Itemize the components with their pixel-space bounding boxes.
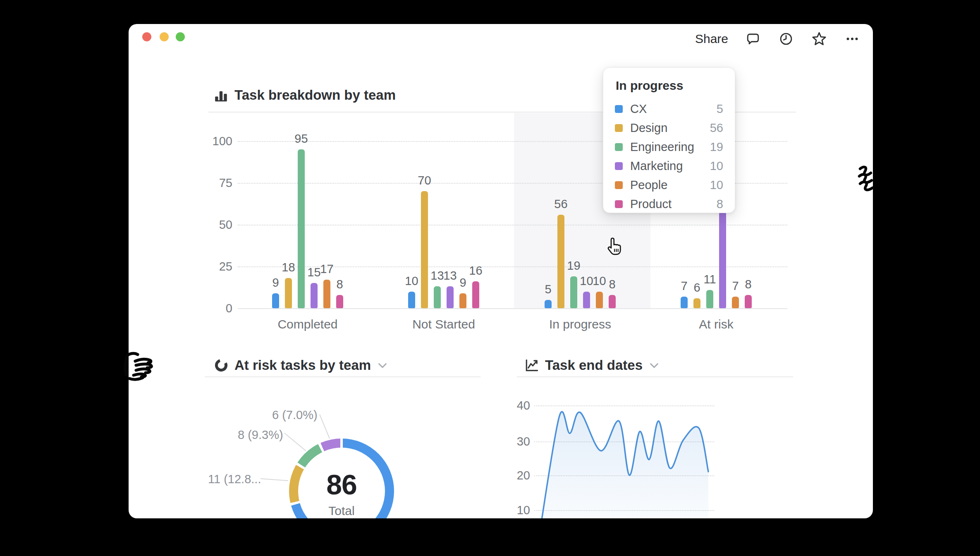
tooltip-row: Design56: [615, 118, 723, 137]
close-window-button[interactable]: [142, 32, 151, 41]
legend-swatch-marketing: [615, 162, 623, 170]
bar-cx-not-started[interactable]: [408, 292, 415, 308]
legend-swatch-design: [615, 124, 623, 132]
tooltip-team-name: CX: [630, 102, 709, 116]
history-clock-icon[interactable]: [778, 31, 794, 47]
tooltip-row: People10: [615, 175, 723, 194]
x-axis-category-label: In progress: [531, 318, 630, 331]
bar-marketing-completed[interactable]: [311, 283, 318, 308]
legend-swatch-engineering: [615, 143, 623, 151]
tooltip-team-name: Design: [630, 121, 703, 135]
line-chart-title-text: Task end dates: [545, 357, 643, 373]
bar-value-label: 56: [543, 197, 580, 211]
app-window: Share: [129, 24, 873, 518]
task-end-dates-chart[interactable]: [517, 396, 724, 518]
bar-marketing-at-risk[interactable]: [719, 211, 726, 308]
bar-marketing-in-progress[interactable]: [583, 292, 590, 308]
bar-value-label: 70: [406, 174, 443, 187]
tooltip-row: CX5: [615, 99, 723, 118]
y-axis-tick-label: 25: [191, 260, 232, 273]
bar-cx-completed[interactable]: [272, 293, 279, 308]
tooltip-team-value: 10: [710, 159, 723, 173]
bar-value-label: 17: [308, 262, 346, 276]
tooltip-team-value: 10: [710, 178, 723, 192]
minimize-window-button[interactable]: [160, 32, 169, 41]
gridline: [238, 225, 787, 225]
donut-chart-title-text: At risk tasks by team: [234, 357, 371, 373]
chevron-down-icon[interactable]: [377, 359, 388, 371]
bar-product-in-progress[interactable]: [609, 295, 616, 308]
bar-engineering-at-risk[interactable]: [706, 290, 713, 308]
bar-engineering-not-started[interactable]: [434, 286, 441, 308]
zoom-window-button[interactable]: [176, 32, 185, 41]
bar-value-label: 16: [457, 264, 495, 277]
donut-chart-title[interactable]: At risk tasks by team: [214, 356, 388, 374]
bar-marketing-not-started[interactable]: [447, 286, 454, 308]
bar-product-completed[interactable]: [336, 295, 343, 308]
favorite-star-icon[interactable]: [811, 31, 827, 47]
bar-people-at-risk[interactable]: [732, 297, 739, 308]
tooltip-team-name: Engineering: [630, 140, 703, 154]
bar-chart-icon: [214, 88, 229, 103]
tooltip-team-value: 56: [710, 121, 723, 135]
bar-design-at-risk[interactable]: [693, 298, 700, 308]
hand-cursor: [605, 237, 624, 257]
line-chart-icon: [524, 358, 539, 373]
bar-cx-in-progress[interactable]: [545, 300, 552, 308]
tooltip-row: Engineering19: [615, 137, 723, 156]
y-axis-tick-label: 75: [191, 176, 232, 189]
chart-tooltip: In progress CX5Design56Engineering19Mark…: [603, 67, 735, 213]
donut-total-label: Total: [289, 504, 394, 518]
bar-value-label: 8: [594, 278, 631, 291]
tooltip-row: Product8: [615, 194, 723, 213]
tooltip-rows: CX5Design56Engineering19Marketing10Peopl…: [615, 99, 723, 213]
tooltip-team-value: 5: [717, 102, 723, 116]
bar-design-not-started[interactable]: [421, 191, 428, 308]
hand-doodle-right: [857, 164, 874, 194]
bar-product-not-started[interactable]: [472, 281, 479, 308]
comment-icon[interactable]: [745, 31, 761, 47]
bar-design-completed[interactable]: [285, 278, 292, 308]
x-axis-line: [238, 308, 787, 309]
donut-total-value: 86: [289, 468, 394, 501]
x-axis-category-label: At risk: [667, 318, 766, 331]
desktop-background: Share: [0, 0, 980, 556]
bar-product-at-risk[interactable]: [745, 295, 752, 308]
tooltip-team-name: Product: [630, 197, 709, 211]
tooltip-row: Marketing10: [615, 156, 723, 175]
y-axis-tick-label: 50: [191, 218, 232, 231]
divider: [205, 376, 480, 377]
tooltip-team-value: 8: [717, 197, 723, 211]
bar-value-label: 19: [555, 259, 593, 272]
legend-swatch-people: [615, 181, 623, 189]
x-axis-category-label: Completed: [258, 318, 357, 331]
hand-doodle-left: [121, 352, 157, 383]
y-axis-tick-label: 0: [191, 302, 232, 315]
breakdown-chart-title-text: Task breakdown by team: [234, 87, 396, 103]
bar-value-label: 95: [283, 132, 320, 145]
donut-chart-icon: [214, 358, 229, 373]
x-axis-category-label: Not Started: [394, 318, 493, 331]
breakdown-chart-title[interactable]: Task breakdown by team: [214, 86, 396, 104]
bar-cx-at-risk[interactable]: [681, 297, 688, 308]
share-button[interactable]: Share: [695, 32, 728, 46]
at-risk-donut-chart[interactable]: 86 Total: [289, 439, 394, 518]
bar-value-label: 8: [730, 278, 767, 291]
y-axis-tick-label: 100: [191, 134, 232, 148]
chevron-down-icon[interactable]: [648, 359, 660, 371]
divider: [517, 376, 793, 377]
tooltip-team-value: 19: [710, 140, 723, 154]
toolbar: Share: [695, 31, 860, 47]
more-options-icon[interactable]: [844, 31, 860, 47]
tooltip-team-name: People: [630, 178, 703, 192]
bar-value-label: 8: [321, 278, 359, 291]
bar-people-in-progress[interactable]: [596, 292, 603, 308]
bar-people-not-started[interactable]: [459, 293, 466, 308]
tooltip-title: In progress: [616, 79, 723, 93]
legend-swatch-product: [615, 200, 623, 208]
legend-swatch-cx: [615, 105, 623, 113]
line-chart-title[interactable]: Task end dates: [524, 356, 660, 374]
tooltip-team-name: Marketing: [630, 159, 703, 173]
bar-engineering-completed[interactable]: [298, 149, 305, 308]
